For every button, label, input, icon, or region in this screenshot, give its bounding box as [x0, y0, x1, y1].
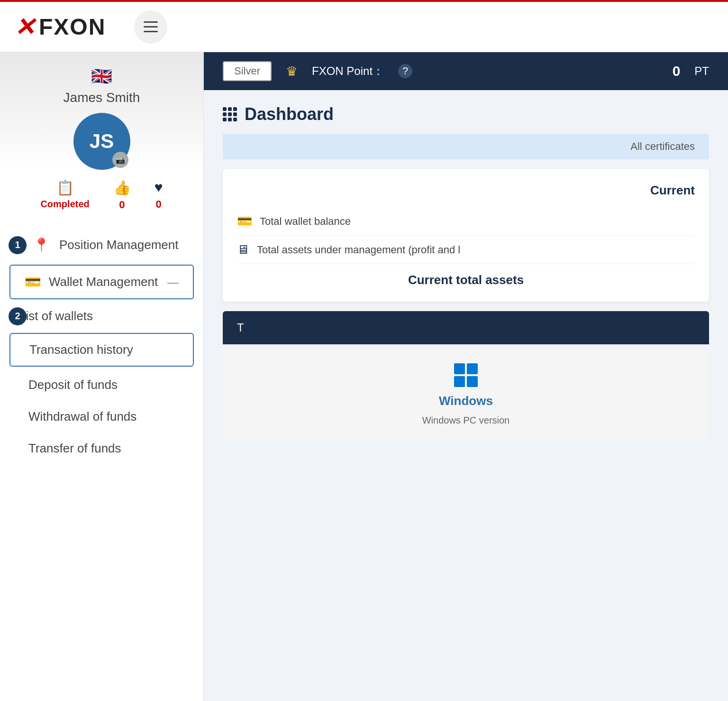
logo-text: FXON [39, 14, 106, 40]
download-bar: T [223, 311, 709, 344]
user-name: James Smith [9, 90, 194, 105]
content-area: Silver ♛ FXON Point： ? 0 PT Dashboard Al… [204, 52, 728, 701]
profile-stats: 📋 Completed 👍 0 ♥ 0 [0, 170, 203, 223]
flag-icon: 🇬🇧 [9, 66, 194, 86]
total-wallet-balance-label: Total wallet balance [260, 215, 351, 228]
crown-icon: ♛ [286, 64, 298, 79]
stat-item-hearts: ♥ 0 [155, 179, 163, 211]
stat-item-likes: 👍 0 [113, 179, 131, 211]
grid-icon [223, 107, 237, 121]
hamburger-line-3 [144, 31, 158, 32]
fxon-point-label: FXON Point： [312, 64, 384, 79]
avatar-container: JS 📷 [73, 113, 130, 170]
sidebar-item-transfer-of-funds[interactable]: Transfer of funds [0, 433, 203, 464]
question-icon[interactable]: ? [398, 64, 412, 78]
windows-logo-icon [454, 363, 478, 387]
hamburger-button[interactable] [134, 10, 167, 44]
withdrawal-of-funds-label: Withdrawal of funds [28, 409, 136, 424]
camera-badge-icon[interactable]: 📷 [112, 152, 128, 168]
wallet-mgmt-left: 💳 Wallet Management [25, 274, 158, 290]
assets-card: Current 💳 Total wallet balance 🖥 Total a… [223, 169, 709, 302]
wallet-management-box[interactable]: 💳 Wallet Management — [9, 265, 194, 299]
download-bar-text: T [237, 321, 244, 334]
points-unit: PT [694, 65, 709, 78]
sidebar-profile: 🇬🇧 James Smith JS 📷 [0, 52, 203, 170]
completed-label: Completed [40, 199, 89, 210]
windows-download-card[interactable]: Windows Windows PC version [223, 349, 709, 440]
content-topbar: Silver ♛ FXON Point： ? 0 PT [204, 52, 728, 90]
logo: ✕ FXON [14, 14, 106, 40]
position-badge: 1 [9, 236, 27, 254]
sidebar-item-position-management[interactable]: 1 📍 Position Management [0, 228, 203, 262]
likes-value: 0 [119, 199, 125, 211]
windows-label: Windows [439, 394, 493, 408]
total-assets-management-label: Total assets under management (profit an… [257, 244, 460, 256]
transaction-history-label: Transaction history [29, 342, 133, 357]
top-header: ✕ FXON [0, 0, 728, 52]
hamburger-line-1 [144, 21, 158, 23]
wallet-icon: 💳 [25, 274, 41, 290]
hearts-value: 0 [156, 198, 162, 211]
wallet-management-label: Wallet Management [49, 275, 158, 289]
deposit-of-funds-label: Deposit of funds [28, 378, 118, 392]
list-of-wallets-label: List of wallets [19, 309, 93, 323]
sidebar-item-list-of-wallets[interactable]: 2 List of wallets [0, 302, 203, 331]
windows-sublabel: Windows PC version [422, 415, 510, 426]
collapse-icon: — [167, 276, 179, 289]
monitor-icon: 🖥 [237, 242, 249, 257]
position-management-label: Position Management [59, 238, 178, 252]
location-pin-icon: 📍 [33, 237, 50, 253]
thumbs-up-icon: 👍 [113, 179, 131, 196]
wallet-balance-icon: 💳 [237, 214, 252, 229]
stat-item-completed: 📋 Completed [40, 179, 89, 211]
hamburger-line-2 [144, 26, 158, 28]
points-value: 0 [673, 63, 681, 79]
total-assets-management-row: 🖥 Total assets under management (profit … [237, 236, 695, 264]
dashboard-title-row: Dashboard [223, 104, 709, 124]
main-layout: 🇬🇧 James Smith JS 📷 📋 Completed 👍 0 ♥ 0 [0, 52, 728, 701]
transfer-of-funds-label: Transfer of funds [28, 441, 121, 456]
clipboard-check-icon: 📋 [56, 179, 74, 196]
silver-badge[interactable]: Silver [223, 61, 272, 81]
sidebar-item-withdrawal-of-funds[interactable]: Withdrawal of funds [0, 401, 203, 433]
sidebar: 🇬🇧 James Smith JS 📷 📋 Completed 👍 0 ♥ 0 [0, 52, 204, 701]
current-total-assets: Current total assets [237, 264, 695, 287]
dashboard-title: Dashboard [245, 104, 334, 124]
sidebar-item-transaction-history[interactable]: Transaction history [9, 333, 194, 367]
content-body: Dashboard All certificates Current 💳 Tot… [204, 90, 728, 454]
sidebar-item-deposit-of-funds[interactable]: Deposit of funds [0, 369, 203, 401]
heart-icon: ♥ [155, 179, 163, 195]
cert-bar: All certificates [223, 134, 709, 159]
sidebar-nav: 1 📍 Position Management 💳 Wallet Managem… [0, 223, 203, 469]
wallets-badge: 2 [9, 307, 27, 325]
total-wallet-balance-row: 💳 Total wallet balance [237, 207, 695, 236]
logo-x-icon: ✕ [14, 15, 35, 39]
assets-card-header: Current [237, 183, 695, 198]
